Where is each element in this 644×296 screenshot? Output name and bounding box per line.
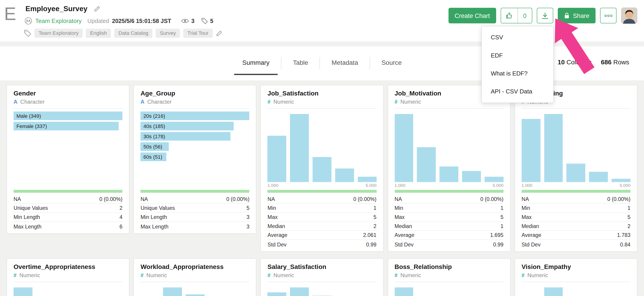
stat-row: Median2: [268, 222, 376, 231]
stat-label: NA: [395, 196, 402, 202]
histogram-chart: [14, 285, 122, 296]
edit-title-icon[interactable]: [94, 6, 100, 12]
stat-label: Max: [268, 214, 278, 220]
create-chart-label: Create Chart: [454, 12, 490, 19]
stat-row: NA0 (0.00%): [14, 195, 122, 204]
column-type-label: Numeric: [146, 272, 167, 279]
stat-value: 5: [628, 214, 630, 220]
column-card-title: Workload_Appropriateness: [140, 263, 249, 271]
tags-row: Team ExploratoryEnglishData CatalogSurve…: [24, 29, 222, 38]
app-logo[interactable]: E: [4, 5, 16, 23]
thumbs-up-icon[interactable]: [501, 8, 518, 23]
histogram-bar: [395, 287, 414, 296]
column-type-label: Numeric: [274, 272, 294, 279]
numeric-type-icon: #: [140, 272, 144, 279]
stat-row: Average2.061: [268, 231, 376, 240]
category-bar: 40s (185): [140, 122, 234, 131]
stat-row: Max Length6: [14, 222, 122, 231]
create-chart-button[interactable]: Create Chart: [448, 8, 496, 23]
numeric-type-icon: #: [268, 98, 270, 106]
histogram-bar: [335, 168, 354, 182]
axis-max-label: 5.000: [620, 183, 630, 188]
tag-pill[interactable]: Survey: [156, 29, 180, 38]
more-options-button[interactable]: [600, 8, 616, 23]
histogram-chart: 1.0005.000: [395, 112, 504, 188]
tag-count-icon: [201, 18, 208, 24]
stat-label: Min: [268, 205, 276, 211]
axis-max-label: 5.000: [366, 183, 376, 188]
meta-row: Team Exploratory Updated 2025/5/6 15:01:…: [24, 17, 214, 24]
column-summary-grid: GenderACharacterMale (349)Female (337)NA…: [6, 85, 638, 296]
stat-row: Median2: [522, 222, 630, 231]
tab-summary[interactable]: Summary: [234, 51, 278, 75]
tag-pill[interactable]: Trial Tour: [183, 29, 213, 38]
tab-table[interactable]: Table: [285, 51, 316, 75]
stat-value: 4: [120, 214, 122, 220]
tab-metadata[interactable]: Metadata: [323, 51, 366, 75]
tags-icon: [24, 29, 31, 37]
column-card-title: Job_Satisfaction: [268, 89, 376, 98]
column-card: GenderACharacterMale (349)Female (337)NA…: [6, 85, 130, 234]
tab-separator: [281, 57, 282, 69]
share-button[interactable]: Share: [558, 8, 596, 23]
histogram-bar: [566, 164, 586, 182]
stat-row: Max5: [395, 213, 504, 222]
histogram-bar: [186, 295, 204, 296]
category-bar-chart: Male (349)Female (337): [14, 112, 122, 188]
tab-separator: [370, 57, 370, 69]
edit-tags-icon[interactable]: [216, 30, 222, 36]
team-icon: [24, 17, 32, 24]
menu-item-csv[interactable]: CSV: [482, 28, 553, 46]
tab-source[interactable]: Source: [373, 51, 410, 75]
stat-row: Min1: [522, 204, 630, 213]
stat-label: NA: [522, 196, 529, 202]
team-link[interactable]: Team Exploratory: [35, 18, 82, 24]
histogram-chart: [268, 285, 376, 296]
stat-label: Median: [395, 223, 412, 229]
stat-value: 2: [374, 223, 376, 229]
download-icon: [542, 12, 548, 19]
like-button-group: 0: [500, 8, 532, 23]
stat-label: Max: [522, 214, 532, 220]
rows-count: 686: [601, 59, 612, 66]
na-ratio-bar: [14, 190, 122, 193]
like-count[interactable]: 0: [518, 8, 532, 23]
axis-min-label: 1.000: [268, 183, 278, 188]
column-type-label: Numeric: [274, 98, 294, 106]
tag-pill[interactable]: Data Catalog: [114, 29, 152, 38]
stat-row: Median1: [395, 222, 504, 231]
column-type-label: Numeric: [19, 272, 40, 279]
category-bar: 50s (56): [140, 142, 169, 151]
stat-value: 0.99: [366, 241, 377, 247]
stat-label: Unique Values: [140, 205, 175, 211]
menu-item-what-is-edf-[interactable]: What is EDF?: [482, 64, 553, 82]
stat-label: Average: [268, 232, 288, 238]
tag-pill[interactable]: English: [86, 29, 111, 38]
stat-label: Median: [522, 223, 539, 229]
histogram-bar: [268, 292, 286, 296]
column-card: Job_Motivation#Numeric1.0005.000NA0 (0.0…: [388, 85, 510, 252]
download-button[interactable]: [537, 8, 553, 23]
stat-row: Std Dev0.99: [268, 240, 376, 249]
stat-row: Min1: [268, 204, 376, 213]
stat-value: 3: [246, 214, 249, 220]
column-card-title: Vision_Empathy: [522, 263, 630, 271]
category-bar: 60s (51): [140, 152, 166, 161]
user-avatar[interactable]: [621, 7, 638, 24]
menu-item-api-csv-data[interactable]: API - CSV Data: [482, 83, 553, 101]
tag-pill[interactable]: Team Exploratory: [34, 29, 83, 38]
numeric-type-icon: #: [14, 272, 16, 279]
columns-count: 10: [558, 59, 565, 66]
menu-item-edf[interactable]: EDF: [482, 46, 553, 64]
category-bar: Female (337): [14, 122, 119, 131]
stat-label: Max Length: [140, 223, 168, 229]
stat-value: 6: [120, 223, 122, 229]
column-card-title: Salary_Satisfaction: [268, 263, 376, 271]
category-bar: Male (349): [14, 112, 122, 120]
histogram-chart: [395, 285, 504, 296]
histogram-bar: [290, 114, 309, 182]
column-card-title: Overtime_Appropriateness: [14, 263, 122, 271]
stat-label: Min: [395, 205, 403, 211]
histogram-bar: [163, 287, 182, 296]
stat-value: 5: [500, 214, 504, 220]
